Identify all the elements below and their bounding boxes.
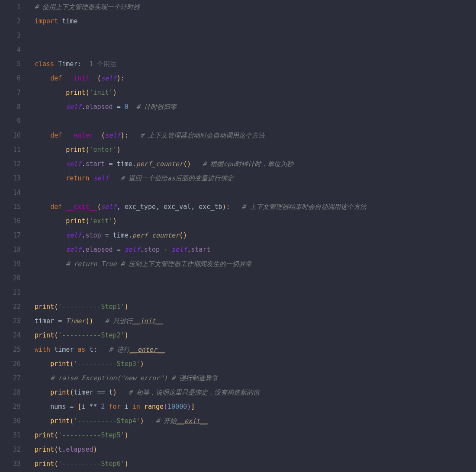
code-line[interactable]: self.stop = time.perf_counter(): [35, 228, 476, 243]
code-line[interactable]: print('----------Step5'): [35, 428, 476, 443]
code-line[interactable]: class Timer: 1 个用法: [35, 57, 476, 71]
token-kw: import: [35, 17, 58, 25]
token-fld: stop: [144, 246, 160, 254]
token-str: 'exit': [89, 217, 113, 225]
token-op: :: [93, 346, 109, 353]
code-line[interactable]: def __exit__(self, exc_type, exc_val, ex…: [35, 200, 476, 214]
token-op: [129, 103, 136, 111]
token-kw: with: [35, 346, 50, 353]
token-fn: print: [50, 417, 70, 425]
token-op: .: [132, 160, 136, 168]
token-fld: elapsed: [66, 446, 93, 453]
token-op: :: [226, 203, 242, 211]
code-line[interactable]: [35, 29, 476, 43]
token-op: [144, 417, 156, 425]
token-b1: ): [113, 217, 117, 225]
code-line[interactable]: [35, 186, 476, 200]
line-number: 19: [0, 257, 21, 271]
token-cmt: # 上下文管理器结束时会自动调用这个方法: [242, 203, 367, 211]
code-line[interactable]: print(timer == t) # 相等，说明这里只是绑定，没有构造新的值: [35, 385, 476, 400]
token-op: [105, 403, 109, 411]
line-number: 4: [0, 43, 21, 57]
token-op: [62, 203, 66, 211]
token-self: self: [105, 132, 121, 139]
code-line[interactable]: [35, 271, 476, 286]
token-b1: ): [121, 132, 125, 139]
token-b1: (): [85, 317, 93, 325]
token-cmt: # 只进行: [105, 317, 132, 325]
token-num: 10000: [167, 403, 187, 411]
code-line[interactable]: def __init__(self):: [35, 71, 476, 86]
token-cmt: # 上下文管理器启动时会自动调用这个方法: [140, 132, 265, 139]
line-number: 26: [0, 357, 21, 371]
code-editor[interactable]: 1234567891011121314151617181920212223242…: [0, 0, 476, 472]
token-op: [62, 132, 66, 139]
code-area[interactable]: # 使用上下文管理器实现一个计时器import timeclass Timer:…: [35, 0, 476, 472]
code-line[interactable]: [35, 286, 476, 300]
code-line[interactable]: print('----------Step6'): [35, 457, 476, 471]
code-line[interactable]: print('init'): [35, 86, 476, 100]
token-fn: print: [50, 389, 70, 396]
token-b1: ): [140, 360, 144, 368]
code-line[interactable]: print('exit'): [35, 214, 476, 228]
code-line[interactable]: self.elapsed = 0 # 计时器归零: [35, 100, 476, 114]
token-fn: print: [66, 146, 85, 154]
token-cmt: # 计时器归零: [136, 103, 177, 111]
token-b1: ): [125, 431, 129, 439]
token-op: [117, 389, 129, 396]
line-number: 10: [0, 128, 21, 143]
line-number: 28: [0, 385, 21, 400]
token-str: '----------Step2': [58, 331, 125, 339]
token-op: [35, 374, 50, 382]
code-line[interactable]: print('----------Step2'): [35, 328, 476, 343]
code-line[interactable]: print('----------Step3'): [35, 357, 476, 371]
code-line[interactable]: print('----------Step4') # 开始__exit__: [35, 414, 476, 428]
code-line[interactable]: [35, 114, 476, 128]
token-dunder: __exit__: [66, 203, 97, 211]
code-line[interactable]: print(t.elapsed): [35, 443, 476, 457]
token-op: .: [129, 231, 132, 239]
code-line[interactable]: with timer as t: # 进行__enter__: [35, 343, 476, 357]
code-line[interactable]: # raise Exception("new error") # 强行制造异常: [35, 371, 476, 385]
code-line[interactable]: print('enter'): [35, 143, 476, 157]
code-line[interactable]: print('----------Step1'): [35, 300, 476, 314]
code-line[interactable]: [35, 43, 476, 57]
token-op: =: [105, 160, 117, 168]
code-line[interactable]: nums = [i ** 2 for i in range(10000)]: [35, 400, 476, 414]
code-line[interactable]: timer = Timer() # 只进行__init__: [35, 314, 476, 328]
token-b1: (: [54, 331, 58, 339]
token-b1: ): [113, 89, 117, 96]
code-line[interactable]: self.elapsed = self.stop - self.start: [35, 243, 476, 257]
line-number: 29: [0, 400, 21, 414]
token-id: nums: [50, 403, 66, 411]
code-line[interactable]: # 使用上下文管理器实现一个计时器: [35, 0, 476, 14]
token-op: [121, 403, 125, 411]
token-op: [35, 360, 50, 368]
code-line[interactable]: # return True # 压制上下文管理器工作期间发生的一切异常: [35, 257, 476, 271]
token-b1: (): [183, 160, 191, 168]
token-self: self: [66, 246, 81, 254]
token-str: 'init': [89, 89, 113, 96]
code-line[interactable]: return self # 返回一个值给as后面的变量进行绑定: [35, 171, 476, 186]
token-op: [50, 346, 54, 353]
line-number: 3: [0, 29, 21, 43]
token-op: =: [101, 231, 113, 239]
token-kw: as: [77, 346, 85, 353]
token-fn: print: [35, 331, 54, 339]
token-cmt: # 根据cpu时钟计时，单位为秒: [203, 160, 293, 168]
token-op: [35, 89, 66, 96]
token-self: self: [66, 231, 81, 239]
token-kw: class: [35, 60, 54, 68]
line-number: 17: [0, 228, 21, 243]
token-dunder-cmt: __enter__: [130, 346, 165, 353]
token-b1: ): [117, 74, 121, 82]
code-line[interactable]: import time: [35, 14, 476, 29]
token-b1: ]: [191, 403, 195, 411]
token-op: =: [113, 246, 125, 254]
token-cmt: # 相等，说明这里只是绑定，没有构造新的值: [129, 389, 260, 396]
code-line[interactable]: self.start = time.perf_counter() # 根据cpu…: [35, 157, 476, 171]
token-op: [35, 403, 50, 411]
code-line[interactable]: def __enter__(self): # 上下文管理器启动时会自动调用这个方…: [35, 128, 476, 143]
token-op: [129, 403, 132, 411]
line-number: 31: [0, 428, 21, 443]
